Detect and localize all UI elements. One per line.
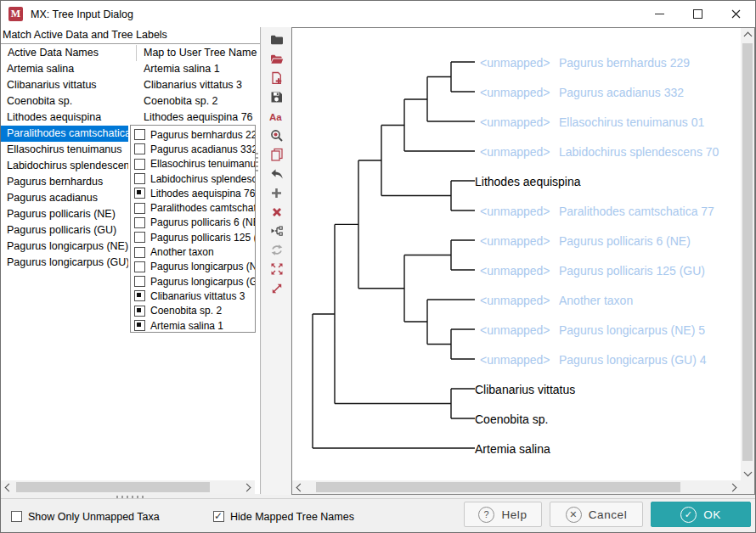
checkbox[interactable] xyxy=(134,276,145,287)
mapped-name-item[interactable]: Lithodes aequispina 76 xyxy=(144,109,259,126)
show-only-unmapped-checkbox[interactable] xyxy=(11,511,22,522)
tree-name-option[interactable]: Clibanarius vittatus 3 xyxy=(131,289,255,303)
toolbar-button-fit-to-window[interactable] xyxy=(268,261,286,277)
minimize-button[interactable] xyxy=(640,1,679,27)
toolbar-button-delete[interactable] xyxy=(268,205,286,220)
toolbar-button-add[interactable] xyxy=(268,185,286,200)
tree-taxon-row[interactable]: <unmapped> Labidochirus splendescens 70 xyxy=(480,144,719,160)
tree-name-option[interactable]: Another taxon xyxy=(131,244,255,259)
maximize-button[interactable] xyxy=(679,1,717,27)
tree-name-option[interactable]: Pagurus longicarpus (GU) 4 xyxy=(131,274,255,289)
tree-name-option[interactable]: Coenobita sp. 2 xyxy=(131,304,255,318)
tree-name-option-label: Pagurus longicarpus (GU) 4 xyxy=(150,276,255,288)
checkbox[interactable] xyxy=(134,217,145,228)
tree-taxon-row[interactable]: <unmapped> Pagurus longicarpus (GU) 4 xyxy=(480,352,707,367)
tree-taxon-row[interactable]: Clibanarius vittatus xyxy=(475,382,575,397)
tree-name-option[interactable]: Pagurus pollicaris 6 (NE) xyxy=(131,216,255,230)
toolbar-button-folder-open[interactable] xyxy=(268,52,286,67)
mapped-name-item[interactable]: Artemia salina 1 xyxy=(144,61,259,77)
scrollbar-thumb[interactable] xyxy=(16,482,210,492)
scroll-up-arrow[interactable] xyxy=(741,28,754,42)
tree-taxon-row[interactable]: <unmapped> Ellasochirus tenuimanus 01 xyxy=(480,115,704,130)
help-button[interactable]: ? Help xyxy=(464,502,542,527)
tree-name-option[interactable]: Lithodes aequispina 76 xyxy=(131,186,255,200)
checkbox[interactable] xyxy=(134,320,145,331)
tree-name-option[interactable]: Labidochirus splendescens 70 xyxy=(131,171,255,186)
listbox-scrollbar-thumb[interactable] xyxy=(256,153,258,173)
scroll-left-arrow[interactable] xyxy=(292,480,306,494)
tree-name-option[interactable]: Paralithodes camtschatica 77 xyxy=(131,200,255,215)
toolbar-button-resize-diagonal[interactable] xyxy=(268,281,286,296)
active-name-item[interactable]: Pagurus acadianus xyxy=(1,190,128,206)
tree-taxon-row[interactable]: <unmapped> Another taxon xyxy=(480,293,633,308)
titlebar: M MX: Tree Input Dialog xyxy=(1,1,755,27)
tree-taxon-row[interactable]: <unmapped> Pagurus acadianus 332 xyxy=(480,85,684,100)
taxon-label: Pagurus acadianus 332 xyxy=(559,85,684,100)
active-name-item[interactable]: Pagurus bernhardus xyxy=(1,174,128,190)
active-name-item[interactable]: Pagurus longicarpus (NE) xyxy=(1,238,128,255)
checkbox[interactable] xyxy=(134,247,145,258)
active-name-item[interactable]: Coenobita sp. xyxy=(1,93,128,109)
toolbar-button-zoom[interactable] xyxy=(268,128,286,143)
checkbox[interactable] xyxy=(134,203,145,214)
toolbar-button-attach-to-tree[interactable] xyxy=(268,223,286,238)
cancel-button[interactable]: ✕ Cancel xyxy=(550,502,643,527)
tree-taxon-row[interactable]: <unmapped> Paralithodes camtschatica 77 xyxy=(480,204,714,219)
tree-taxon-row[interactable]: Coenobita sp. xyxy=(475,412,548,427)
active-name-item[interactable]: Pagurus pollicaris (GU) xyxy=(1,222,128,238)
tree-taxon-row[interactable]: <unmapped> Pagurus longicarpus (NE) 5 xyxy=(480,323,705,338)
active-name-item[interactable]: Ellasochirus tenuimanus xyxy=(1,142,128,158)
active-name-item[interactable]: Pagurus pollicaris (NE) xyxy=(1,206,128,222)
tree-taxon-row[interactable]: Artemia salina xyxy=(475,441,550,457)
checkbox[interactable] xyxy=(134,188,145,199)
tree-name-option[interactable]: Pagurus bernhardus 229 xyxy=(131,127,255,142)
tree-vertical-scrollbar[interactable] xyxy=(741,28,754,480)
checkbox[interactable] xyxy=(134,306,145,317)
toolbar-button-undo[interactable] xyxy=(268,166,286,182)
tree-name-option[interactable]: Pagurus pollicaris 125 (GU) xyxy=(131,230,255,244)
active-name-item[interactable]: Paralithodes camtschatica xyxy=(1,126,128,142)
toolbar-button-file-new[interactable] xyxy=(268,70,286,86)
unmapped-tag: <unmapped> xyxy=(480,352,559,367)
match-panel-horizontal-scrollbar[interactable] xyxy=(1,480,255,494)
checkbox[interactable] xyxy=(134,290,145,301)
toolbar-button-duplicate[interactable] xyxy=(268,147,286,162)
active-name-item[interactable]: Artemia salina xyxy=(1,61,128,77)
tree-taxon-row[interactable]: Lithodes aequispina xyxy=(475,174,581,189)
checkbox[interactable] xyxy=(134,261,145,272)
toolbar-button-font[interactable]: Aa xyxy=(268,109,286,124)
active-name-item[interactable]: Labidochirus splendescens xyxy=(1,158,128,174)
toolbar-button-save[interactable] xyxy=(268,90,286,105)
tree-name-option[interactable]: Artemia salina 1 xyxy=(131,318,255,333)
scrollbar-thumb[interactable] xyxy=(742,43,753,461)
tree-name-option-label: Lithodes aequispina 76 xyxy=(150,188,255,199)
scroll-down-arrow[interactable] xyxy=(741,467,754,480)
toolbar-button-folder-closed[interactable] xyxy=(268,32,286,48)
scrollbar-thumb[interactable] xyxy=(316,482,680,492)
tree-taxon-row[interactable]: <unmapped> Pagurus bernhardus 229 xyxy=(480,55,690,70)
checkbox[interactable] xyxy=(134,173,145,184)
scroll-left-arrow[interactable] xyxy=(1,480,14,494)
scroll-right-arrow[interactable] xyxy=(727,480,741,494)
ok-button[interactable]: ✓ OK xyxy=(651,502,751,527)
mapped-name-item[interactable]: Coenobita sp. 2 xyxy=(144,93,259,109)
checkbox[interactable] xyxy=(134,143,145,154)
checkbox[interactable] xyxy=(134,232,145,243)
tree-name-option[interactable]: Pagurus longicarpus (NE) 5 xyxy=(131,260,255,274)
scroll-right-arrow[interactable] xyxy=(241,480,255,494)
active-name-item[interactable]: Pagurus longicarpus (GU) xyxy=(1,255,128,271)
active-name-item[interactable]: Clibanarius vittatus xyxy=(1,77,128,93)
mapped-name-item[interactable]: Clibanarius vittatus 3 xyxy=(144,77,259,93)
checkbox[interactable] xyxy=(134,159,145,170)
checkbox[interactable] xyxy=(134,129,145,140)
toolbar-button-refresh[interactable] xyxy=(268,243,286,258)
tree-horizontal-scrollbar[interactable] xyxy=(292,480,741,494)
hide-mapped-checkbox[interactable] xyxy=(213,511,224,522)
ok-icon: ✓ xyxy=(680,507,697,523)
tree-taxon-row[interactable]: <unmapped> Pagurus pollicaris 125 (GU) xyxy=(480,263,705,278)
tree-taxon-row[interactable]: <unmapped> Pagurus pollicaris 6 (NE) xyxy=(480,233,691,249)
tree-name-option[interactable]: Pagurus acadianus 332 xyxy=(131,142,255,156)
close-button[interactable] xyxy=(717,1,755,27)
active-name-item[interactable]: Lithodes aequispina xyxy=(1,109,128,126)
tree-name-option[interactable]: Ellasochirus tenuimanus 01 xyxy=(131,157,255,171)
